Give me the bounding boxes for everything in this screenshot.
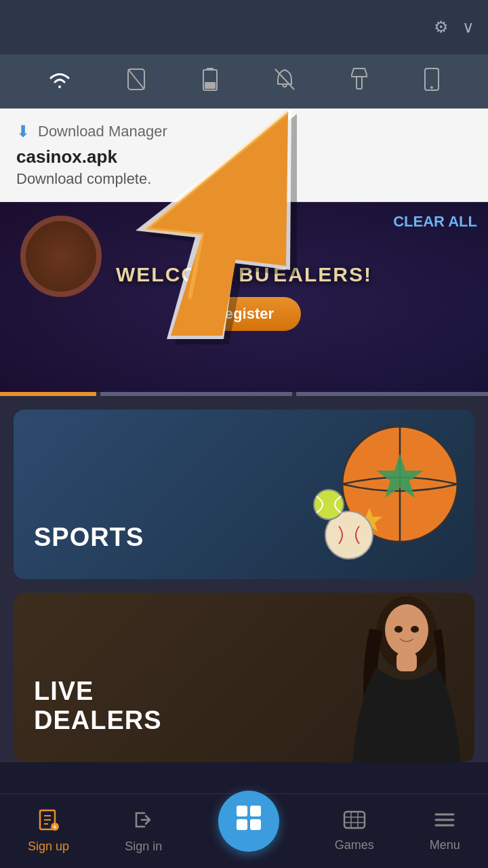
games-fab[interactable] [218, 791, 279, 852]
status-icons: ⚙ ∨ [434, 18, 474, 37]
wifi-icon[interactable] [48, 69, 71, 94]
sports-label: SPORTS [34, 523, 144, 552]
games-fab-item[interactable] [218, 811, 279, 852]
no-notification-icon[interactable] [274, 68, 296, 96]
live-dealers-card[interactable]: LIVE DEALERS [14, 593, 474, 762]
dot-3-inactive [296, 392, 488, 396]
quick-settings-bar [0, 54, 488, 108]
svg-rect-3 [207, 68, 214, 71]
games-label: Games [335, 838, 374, 852]
signup-nav-item[interactable]: + Sign up [28, 809, 69, 854]
signin-icon [134, 809, 154, 835]
svg-rect-34 [344, 812, 365, 828]
dot-1-active [0, 392, 96, 396]
sports-illustration [291, 416, 474, 572]
svg-rect-18 [396, 652, 417, 671]
menu-nav-item[interactable]: Menu [430, 810, 460, 852]
slider-dots [0, 392, 488, 396]
svg-point-17 [385, 604, 428, 656]
live-illustration: ♠ [271, 593, 474, 762]
notification-header: ⬇ Download Manager [16, 122, 472, 141]
download-icon: ⬇ [16, 122, 30, 141]
chips-decoration [20, 216, 102, 297]
svg-rect-30 [237, 806, 247, 816]
svg-rect-4 [205, 82, 216, 89]
signup-icon: + [39, 809, 59, 835]
notification-filename: casinox.apk [16, 146, 472, 167]
banner-text: WELCOME BU EALERS! Register [116, 263, 372, 331]
sports-card[interactable]: SPORTS [14, 410, 474, 579]
svg-text:+: + [53, 823, 57, 831]
svg-rect-7 [357, 77, 362, 89]
clear-all-button[interactable]: CLEAR ALL [393, 213, 477, 231]
notification-app-name: Download Manager [38, 123, 167, 140]
register-button[interactable]: Register [187, 297, 301, 331]
phone-screen-icon[interactable] [424, 67, 440, 96]
battery-icon[interactable] [202, 67, 218, 96]
dropdown-icon[interactable]: ∨ [462, 18, 474, 37]
bottom-nav: + Sign up Sign in [0, 793, 488, 868]
games-nav-item[interactable]: Games [335, 810, 374, 852]
menu-icon [433, 810, 456, 834]
status-bar: ⚙ ∨ [0, 0, 488, 54]
games-fab-icon [234, 803, 264, 839]
casino-banner: WELCOME BU EALERS! Register CLEAR ALL [0, 202, 488, 392]
svg-rect-31 [250, 806, 261, 816]
svg-rect-33 [250, 819, 261, 830]
settings-icon[interactable]: ⚙ [434, 18, 449, 37]
menu-label: Menu [430, 838, 460, 852]
signup-label: Sign up [28, 840, 69, 854]
games-icon [343, 810, 366, 834]
banner-welcome-text: WELCOME BU EALERS! [116, 263, 372, 286]
no-sim-icon[interactable] [127, 68, 146, 96]
dot-2-inactive [100, 392, 292, 396]
signin-nav-item[interactable]: Sign in [125, 809, 162, 854]
notification-status: Download complete. [16, 170, 472, 188]
svg-point-9 [430, 86, 433, 89]
svg-line-1 [128, 69, 144, 90]
svg-point-20 [411, 626, 419, 633]
live-dealers-label: LIVE DEALERS [34, 677, 162, 735]
svg-point-19 [394, 626, 403, 633]
main-content: WELCOME BU EALERS! Register CLEAR ALL SP… [0, 202, 488, 762]
notification-panel: ⬇ Download Manager casinox.apk Download … [0, 108, 488, 202]
svg-marker-6 [351, 68, 367, 77]
svg-rect-32 [237, 819, 247, 830]
svg-point-15 [314, 490, 344, 519]
flashlight-icon[interactable] [351, 67, 367, 96]
signin-label: Sign in [125, 840, 162, 854]
